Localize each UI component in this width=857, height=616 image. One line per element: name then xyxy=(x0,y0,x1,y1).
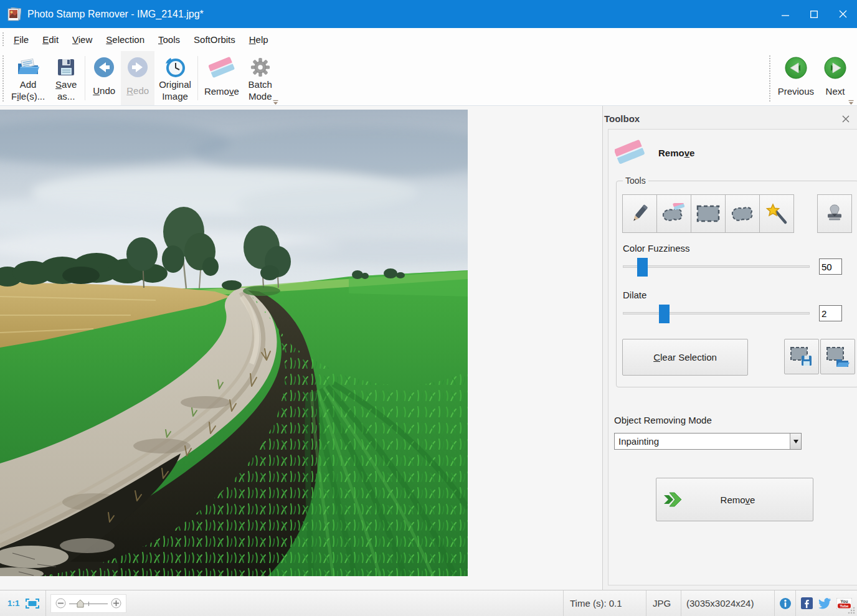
nav-overflow-chevron[interactable] xyxy=(848,100,855,105)
clear-selection-button[interactable]: Clear Selection xyxy=(622,339,748,376)
info-icon xyxy=(779,597,792,610)
rect-select-tool-button[interactable] xyxy=(691,194,726,233)
zoom-in-icon[interactable] xyxy=(111,598,121,609)
object-removing-mode-select[interactable]: Inpainting xyxy=(614,433,802,450)
menu-selection[interactable]: Selection xyxy=(99,30,151,49)
pencil-tool-button[interactable] xyxy=(622,194,657,233)
processing-time: Time (s): 0.1 xyxy=(564,598,646,609)
zoom-slider-tick xyxy=(88,602,89,606)
nav-toolbar-drag-handle[interactable] xyxy=(769,55,771,102)
tools-group-legend: Tools xyxy=(623,176,648,186)
remove-toolbar-label: Remove xyxy=(204,85,239,97)
add-files-label-line2: File(s)... xyxy=(11,90,45,102)
object-removing-mode-value: Inpainting xyxy=(615,436,790,447)
save-as-label-line1: Save xyxy=(55,78,77,90)
menu-edit[interactable]: Edit xyxy=(36,30,65,49)
remove-action-label: Remove xyxy=(684,495,792,505)
combo-dropdown-button[interactable] xyxy=(790,434,801,449)
undo-arrow-icon xyxy=(93,57,115,78)
toolbar-drag-handle[interactable] xyxy=(2,55,4,102)
color-fuzziness-thumb[interactable] xyxy=(637,258,648,277)
zoom-ratio-button[interactable]: 1:1 xyxy=(7,599,20,608)
add-files-button[interactable]: Add File(s)... xyxy=(7,51,49,105)
next-button[interactable]: Next xyxy=(818,51,852,105)
toolbar: Add File(s)... Save as... Undo Redo xyxy=(0,51,857,106)
toolbox-title: Toolbox xyxy=(604,113,842,124)
facebook-icon[interactable] xyxy=(801,597,813,609)
minimize-button[interactable] xyxy=(771,0,800,28)
zoom-slider[interactable] xyxy=(69,599,108,608)
photo-canvas[interactable] xyxy=(0,110,468,576)
tool-buttons-row xyxy=(622,194,857,233)
minimize-icon xyxy=(782,11,789,18)
toolbar-overflow-chevron[interactable] xyxy=(272,100,279,105)
redo-button[interactable]: Redo xyxy=(121,51,154,105)
eraser-selection-icon xyxy=(660,203,688,224)
gear-icon xyxy=(250,57,271,78)
clone-stamp-tool-button[interactable] xyxy=(817,194,852,233)
titlebar: Photo Stamp Remover - IMG_2141.jpg* xyxy=(0,0,857,28)
undo-button[interactable]: Undo xyxy=(87,51,121,105)
remove-action-button[interactable]: Remove xyxy=(656,478,813,521)
lasso-select-tool-button[interactable] xyxy=(725,194,760,233)
eraser-icon xyxy=(615,140,645,166)
save-as-button[interactable]: Save as... xyxy=(49,51,83,105)
dilate-row xyxy=(622,305,857,321)
color-fuzziness-label: Color Fuzziness xyxy=(623,243,857,254)
pencil-icon xyxy=(628,203,651,224)
color-fuzziness-row xyxy=(622,258,857,275)
status-bar: 1:1 Time (s): 0.1 JPG (3035x3024x24) xyxy=(0,590,857,616)
folder-add-icon xyxy=(17,57,39,78)
rect-select-icon xyxy=(695,204,721,224)
app-icon xyxy=(7,7,21,21)
original-image-button[interactable]: Original Image xyxy=(154,51,196,105)
image-dimensions: (3035x3024x24) xyxy=(681,598,774,609)
close-button[interactable] xyxy=(828,0,857,28)
fit-to-screen-icon[interactable] xyxy=(26,599,39,609)
toolbox-header: Toolbox xyxy=(603,106,857,129)
maximize-button[interactable] xyxy=(800,0,828,28)
menu-file[interactable]: File xyxy=(7,30,36,49)
menubar-drag-handle[interactable] xyxy=(2,32,4,47)
toolbox-body: Remove Tools Color Fuzziness xyxy=(608,129,857,585)
menu-tools[interactable]: Tools xyxy=(151,30,187,49)
color-fuzziness-value[interactable] xyxy=(819,258,842,275)
dilate-thumb[interactable] xyxy=(659,305,670,323)
clone-stamp-icon xyxy=(823,202,846,225)
magic-wand-tool-button[interactable] xyxy=(759,194,794,233)
remove-toolbar-button[interactable]: Remove xyxy=(200,51,244,105)
statusbar-separator xyxy=(45,590,46,616)
eraser-selection-tool-button[interactable] xyxy=(656,194,691,233)
toolbox-close-icon[interactable] xyxy=(842,115,850,123)
zoom-controls: 1:1 xyxy=(0,599,45,609)
app-window: Photo Stamp Remover - IMG_2141.jpg* File… xyxy=(0,0,857,616)
batch-mode-label-line1: Batch xyxy=(249,78,272,90)
menu-help[interactable]: Help xyxy=(242,30,275,49)
twitter-icon[interactable] xyxy=(818,598,831,609)
toolbar-spacer xyxy=(277,51,767,105)
remove-mode-label: Remove xyxy=(658,148,694,158)
batch-mode-button[interactable]: Batch Mode xyxy=(244,51,277,105)
redo-label: Redo xyxy=(126,85,149,97)
eraser-icon xyxy=(209,57,235,79)
add-files-label-line1: Add xyxy=(11,78,45,90)
previous-button[interactable]: Previous xyxy=(774,51,818,105)
previous-label: Previous xyxy=(778,85,814,97)
zoom-slider-box xyxy=(50,594,126,613)
save-selection-button[interactable] xyxy=(784,339,819,374)
zoom-slider-thumb[interactable] xyxy=(77,599,84,608)
dilate-slider[interactable] xyxy=(623,312,810,315)
info-button[interactable] xyxy=(775,597,795,610)
dilate-label: Dilate xyxy=(623,290,857,300)
menu-softorbits[interactable]: SoftOrbits xyxy=(187,30,242,49)
maximize-icon xyxy=(810,11,818,18)
color-fuzziness-slider[interactable] xyxy=(623,265,810,268)
resize-grip[interactable] xyxy=(847,606,856,615)
green-back-icon xyxy=(785,57,807,79)
menu-view[interactable]: View xyxy=(65,30,99,49)
save-as-label-line2: as... xyxy=(55,90,77,102)
dilate-value[interactable] xyxy=(819,305,842,321)
zoom-out-icon[interactable] xyxy=(55,598,66,609)
toolbar-separator xyxy=(197,56,198,100)
load-selection-button[interactable] xyxy=(820,339,855,374)
